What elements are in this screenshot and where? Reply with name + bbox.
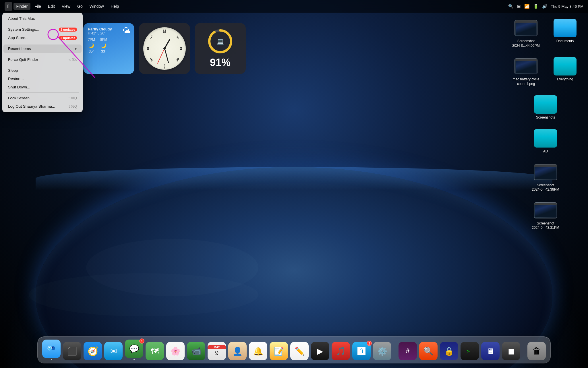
menubar-help[interactable]: Help — [108, 3, 122, 10]
dock-mail[interactable]: ✉ — [104, 342, 123, 360]
menubar-go[interactable]: Go — [74, 3, 86, 10]
minute-hand — [164, 49, 169, 63]
dock-iterm[interactable]: >_ — [461, 342, 479, 360]
appletv-icon[interactable]: ▶ — [311, 342, 329, 360]
webcam-icon[interactable]: ◼ — [502, 342, 520, 360]
menu-item-sleep[interactable]: Sleep — [3, 66, 82, 75]
dock-notes[interactable]: 📝 — [270, 342, 288, 360]
launchpad-icon[interactable]: ⬛ — [63, 342, 81, 360]
menu-divider-5 — [6, 92, 79, 93]
notes-icon[interactable]: 📝 — [270, 342, 288, 360]
dock-contacts[interactable]: 👤 — [228, 342, 247, 360]
dock-trash[interactable]: 🗑 — [527, 342, 546, 360]
desktop-icon-screenshot-file[interactable]: Screenshot2024-0...44.06PM — [509, 17, 543, 50]
dock-finder[interactable] — [42, 340, 61, 360]
desktop-icon-screenshot-2[interactable]: Screenshot2024-0...42.38PM — [528, 161, 563, 194]
menubar-finder[interactable]: Finder — [13, 3, 31, 10]
vpn-icon[interactable]: 🔒 — [440, 342, 458, 360]
clock-widget[interactable]: 12 1 2 3 4 5 6 7 12 1 2 3 4 5 6 7 — [139, 23, 190, 74]
dock-screenconnect[interactable]: 🖥 — [481, 342, 500, 360]
maps-icon[interactable]: 🗺 — [146, 342, 164, 360]
desktop-icon-everything[interactable]: Everything — [548, 55, 582, 84]
menubar:  Finder File Edit View Go Window Help 🔍… — [0, 0, 588, 13]
freeform-icon[interactable]: ✏️ — [290, 342, 309, 360]
dock-separator-1 — [395, 343, 395, 359]
menu-item-restart[interactable]: Restart... — [3, 75, 82, 83]
menu-item-system-settings[interactable]: System Settings... 2 updates — [3, 25, 82, 34]
dock-reminders[interactable]: 🔔 — [249, 342, 267, 360]
menu-item-lock-screen[interactable]: Lock Screen ⌃⌘Q — [3, 94, 82, 102]
menu-item-app-store[interactable]: App Store... 2 updates — [3, 34, 82, 42]
desktop-icon-ad[interactable]: AD — [528, 127, 563, 156]
calendar-icon[interactable]: MAY 9 — [208, 342, 226, 360]
photos-icon[interactable]: 🌸 — [166, 342, 185, 360]
dock-slack[interactable]: # — [399, 342, 417, 360]
music-icon[interactable]: 🎵 — [332, 342, 350, 360]
menubar-window[interactable]: Window — [87, 3, 107, 10]
slack-icon[interactable]: # — [399, 342, 417, 360]
desktop-icon-screenshot-3[interactable]: Screenshot2024-0...43.31PM — [528, 200, 563, 232]
browser-icon[interactable]: 🔍 — [419, 342, 438, 360]
dock-freeform[interactable]: ✏️ — [290, 342, 309, 360]
menu-item-shutdown[interactable]: Shut Down... — [3, 83, 82, 91]
system-settings-badge: 2 updates — [59, 28, 77, 32]
iterm-icon[interactable]: >_ — [461, 342, 479, 360]
dock-music[interactable]: 🎵 — [332, 342, 350, 360]
dock-webcam[interactable]: ◼ — [502, 342, 520, 360]
desktop-icons-area: Screenshot2024-0...44.06PM Documents mac… — [509, 17, 582, 232]
screenshot-file-label: Screenshot2024-0...44.06PM — [512, 39, 539, 48]
battery-widget[interactable]: 💻 91% — [195, 23, 246, 74]
menubar-view[interactable]: View — [59, 3, 73, 10]
battery-ring-container: 💻 — [207, 28, 233, 54]
finder-icon[interactable] — [42, 340, 61, 358]
reminders-icon[interactable]: 🔔 — [249, 342, 267, 360]
messages-icon[interactable]: 💬 1 — [125, 340, 143, 358]
facetime-icon[interactable]: 📹 — [187, 342, 205, 360]
system-prefs-icon[interactable]: ⚙️ — [373, 342, 391, 360]
dock-maps[interactable]: 🗺 — [146, 342, 164, 360]
safari-icon[interactable]: 🧭 — [84, 342, 102, 360]
battery-menubar-icon[interactable]: 🔋 — [533, 4, 539, 9]
screenconnect-icon[interactable]: 🖥 — [481, 342, 500, 360]
menubar-edit[interactable]: Edit — [45, 3, 58, 10]
desktop-icon-documents[interactable]: Documents — [548, 17, 582, 45]
volume-icon[interactable]: 🔊 — [542, 4, 548, 9]
screenshots-folder-icon — [534, 95, 557, 114]
dock-appletv[interactable]: ▶ — [311, 342, 329, 360]
dock-calendar[interactable]: MAY 9 — [208, 342, 226, 360]
dock-photos[interactable]: 🌸 — [166, 342, 185, 360]
clock-face: 12 1 2 3 4 5 6 7 12 1 2 3 4 5 6 7 — [143, 27, 186, 70]
desktop-icon-screenshots[interactable]: Screenshots — [528, 94, 563, 122]
logout-shortcut: ⇧⌘Q — [68, 104, 77, 109]
contacts-icon[interactable]: 👤 — [228, 342, 247, 360]
menu-item-about[interactable]: About This Mac — [3, 14, 82, 23]
ad-folder-label: AD — [543, 149, 548, 154]
menu-item-force-quit[interactable]: Force Quit Finder ⌥⌘⎋ — [3, 55, 82, 64]
menu-item-logout[interactable]: Log Out Shaurya Sharma... ⇧⌘Q — [3, 102, 82, 111]
force-quit-shortcut: ⌥⌘⎋ — [67, 58, 77, 62]
trash-icon[interactable]: 🗑 — [527, 342, 546, 360]
mac-battery-thumb — [514, 57, 537, 75]
dock-vpn[interactable]: 🔒 — [440, 342, 458, 360]
dock-system-prefs[interactable]: ⚙️ — [373, 342, 391, 360]
dock-browser[interactable]: 🔍 — [419, 342, 438, 360]
widgets-area: 🌤 Partly Cloudy H:42° L:26° 7PM 🌙 35° 8P… — [83, 23, 246, 74]
dock-appstore[interactable]: 🅰 2 — [352, 342, 371, 360]
weather-widget[interactable]: 🌤 Partly Cloudy H:42° L:26° 7PM 🌙 35° 8P… — [83, 23, 134, 74]
desktop-icon-mac-battery[interactable]: mac battery cyclecount 1.png — [509, 55, 543, 88]
dock-launchpad[interactable]: ⬛ — [63, 342, 81, 360]
wifi-icon[interactable]: 📶 — [524, 4, 530, 9]
menubar-file[interactable]: File — [32, 3, 44, 10]
menu-item-recent-items[interactable]: Recent Items ▶ — [3, 44, 82, 53]
mail-icon[interactable]: ✉ — [104, 342, 123, 360]
menu-divider-1 — [6, 24, 79, 24]
dock-safari[interactable]: 🧭 — [84, 342, 102, 360]
dock-facetime[interactable]: 📹 — [187, 342, 205, 360]
spotlight-icon[interactable]: 🔍 — [508, 4, 514, 9]
control-center-icon[interactable]: ⊞ — [517, 4, 521, 9]
everything-folder-label: Everything — [557, 77, 573, 82]
apple-menu-button[interactable]:  — [5, 2, 12, 11]
dock-messages[interactable]: 💬 1 — [125, 340, 143, 360]
appstore-icon[interactable]: 🅰 2 — [352, 342, 371, 360]
messages-dot — [134, 359, 135, 360]
